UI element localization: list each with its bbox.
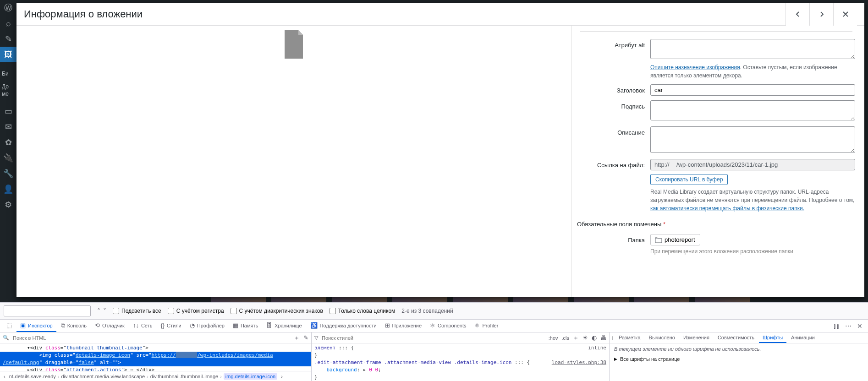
- page-find-bar: ˄ ˅ Подсветить все С учётом регистра С у…: [0, 302, 868, 320]
- next-attachment-button[interactable]: [809, 3, 833, 26]
- highlight-all-checkbox[interactable]: Подсветить все: [113, 308, 161, 314]
- attachment-details-modal: Информация о вложении: [16, 3, 864, 297]
- crumb-next-icon[interactable]: ›: [279, 374, 285, 379]
- tab-animations[interactable]: Анимации: [787, 332, 819, 343]
- html-source-tree[interactable]: ▾<div class="thumbnail thumbnail-image">…: [0, 343, 311, 371]
- search-icon: 🔍: [3, 335, 9, 341]
- tab-styles[interactable]: {}Стили: [157, 320, 185, 332]
- plugins-icon[interactable]: 🔌: [0, 150, 16, 166]
- tab-console[interactable]: ⧉Консоль: [57, 320, 90, 332]
- match-case-checkbox[interactable]: С учётом регистра: [168, 308, 224, 314]
- folder-move-note: При перемещении этого вложения расположе…: [650, 247, 855, 256]
- fonts-empty-message: В текущем элементе ни одного шрифта не и…: [610, 343, 868, 354]
- users-icon[interactable]: 👤: [0, 181, 16, 197]
- tab-accessibility[interactable]: ♿Поддержка доступности: [307, 320, 380, 332]
- tab-compat[interactable]: Совместимость: [714, 332, 758, 343]
- title-label: Заголовок: [577, 84, 650, 96]
- folder-label: Папка: [577, 234, 650, 256]
- modal-header: Информация о вложении: [16, 3, 864, 26]
- crumb-item[interactable]: div.attachment-media-view.landscape: [61, 374, 145, 379]
- inspector-right-panel: ⫿ Разметка Вычислено Изменения Совместим…: [610, 332, 868, 381]
- tab-inspector[interactable]: ▣Инспектор: [16, 320, 56, 332]
- all-fonts-toggle[interactable]: ▶ Все шрифты на странице: [610, 354, 868, 364]
- breadcrumb: ‹ nt-details.save-ready› div.attachment-…: [0, 371, 311, 381]
- sidebar-text: ме: [2, 91, 9, 97]
- devtools-panel: ⬚ ▣Инспектор ⧉Консоль ⟲Отладчик ↑↓Сеть {…: [0, 320, 868, 381]
- settings-icon[interactable]: ⚙: [0, 197, 16, 212]
- responsive-mode-icon[interactable]: ⫿⫿: [833, 322, 840, 330]
- prev-attachment-button[interactable]: [786, 3, 809, 26]
- required-fields-note: Обязательные поля помечены *: [577, 221, 855, 228]
- find-input[interactable]: [4, 305, 91, 316]
- tab-fonts[interactable]: Шрифты: [759, 332, 786, 343]
- light-mode-icon[interactable]: ☀: [582, 334, 588, 341]
- crumb-prev-icon[interactable]: ‹: [2, 374, 7, 379]
- find-next-icon[interactable]: ˅: [103, 307, 106, 315]
- dark-mode-icon[interactable]: ◐: [592, 334, 597, 341]
- crumb-item[interactable]: nt-details.save-ready: [9, 374, 56, 379]
- add-node-icon[interactable]: ＋: [294, 334, 300, 342]
- dashboard-icon[interactable]: ⌕: [0, 16, 16, 31]
- comments-icon[interactable]: ✉: [0, 119, 16, 135]
- right-panel-tabs: ⫿ Разметка Вычислено Изменения Совместим…: [610, 332, 868, 343]
- find-prev-icon[interactable]: ˄: [97, 307, 100, 315]
- folder-value: photoreport: [665, 236, 695, 243]
- fileurl-label: Ссылка на файл:: [577, 159, 650, 212]
- tab-components[interactable]: ⚛Components: [426, 320, 470, 332]
- devtools-menu-icon[interactable]: ⋯: [845, 322, 852, 330]
- tab-memory[interactable]: ▦Память: [229, 320, 262, 332]
- diacritics-checkbox[interactable]: С учётом диакритических знаков: [231, 308, 323, 314]
- attachment-details-pane: Атрибут alt Опишите назначение изображен…: [571, 26, 864, 297]
- fileurl-input[interactable]: [650, 159, 855, 170]
- filter-icon: ▽: [314, 335, 318, 341]
- pages-icon[interactable]: ▭: [0, 103, 16, 119]
- html-search-input[interactable]: [13, 335, 290, 341]
- print-mode-icon[interactable]: 🖶: [600, 334, 606, 341]
- alt-text-input[interactable]: [650, 39, 855, 59]
- toggle-sidebar-icon[interactable]: ⫿: [611, 335, 614, 341]
- caption-label: Подпись: [577, 100, 650, 122]
- tab-network[interactable]: ↑↓Сеть: [129, 320, 156, 332]
- posts-icon[interactable]: ✎: [0, 31, 16, 47]
- new-rule-icon[interactable]: ＋: [573, 334, 579, 342]
- folder-icon: [655, 237, 662, 243]
- tab-profiler[interactable]: ◔Профайлер: [186, 320, 228, 332]
- description-label: Описание: [577, 126, 650, 154]
- appearance-icon[interactable]: ✿: [0, 135, 16, 150]
- tab-react-profiler[interactable]: ⚛Profiler: [471, 320, 502, 332]
- description-input[interactable]: [650, 126, 855, 153]
- rml-note-link[interactable]: как автоматически перемещать файлы в физ…: [650, 205, 804, 212]
- tab-application[interactable]: ⊞Приложение: [381, 320, 426, 332]
- tab-layout[interactable]: Разметка: [615, 332, 644, 343]
- alt-help-text: Опишите назначение изображения. Оставьте…: [650, 63, 855, 80]
- modal-title: Информация о вложении: [24, 8, 786, 20]
- folder-select-button[interactable]: photoreport: [650, 234, 700, 245]
- tab-changes[interactable]: Изменения: [680, 332, 713, 343]
- devtools-close-icon[interactable]: ✕: [857, 322, 863, 330]
- crumb-item-active[interactable]: img.details-image.icon: [224, 373, 277, 380]
- alt-label: Атрибут alt: [577, 39, 650, 80]
- hov-toggle[interactable]: :hov: [549, 335, 558, 341]
- tab-debugger[interactable]: ⟲Отладчик: [91, 320, 128, 332]
- close-modal-button[interactable]: [833, 3, 857, 26]
- modal-nav: [786, 3, 857, 26]
- wp-logo-icon[interactable]: Ⓦ: [0, 0, 16, 16]
- tools-icon[interactable]: 🔧: [0, 166, 16, 181]
- sidebar-text: Би: [2, 71, 9, 77]
- pick-element-icon[interactable]: ⬚: [3, 320, 16, 332]
- inspector-css-panel: ▽ :hov .cls ＋ ☀ ◐ 🖶 элемент ::: {inline …: [312, 332, 610, 381]
- caption-input[interactable]: [650, 100, 855, 120]
- whole-words-checkbox[interactable]: Только слова целиком: [330, 308, 396, 314]
- media-icon[interactable]: 🖾: [0, 47, 16, 62]
- tab-storage[interactable]: 🗄Хранилище: [263, 320, 305, 332]
- alt-help-link[interactable]: Опишите назначение изображения: [650, 64, 740, 71]
- cls-toggle[interactable]: .cls: [562, 335, 570, 341]
- css-rules[interactable]: элемент ::: {inline } .edit-attachment-f…: [312, 343, 609, 381]
- title-input[interactable]: [650, 84, 855, 96]
- tab-computed[interactable]: Вычислено: [645, 332, 679, 343]
- crumb-item[interactable]: div.thumbnail.thumbnail-image: [150, 374, 218, 379]
- css-search-input[interactable]: [322, 335, 545, 341]
- eyedropper-icon[interactable]: ✎: [303, 334, 308, 341]
- sidebar-text: До: [2, 83, 9, 90]
- copy-url-button[interactable]: Скопировать URL в буфер: [650, 174, 728, 185]
